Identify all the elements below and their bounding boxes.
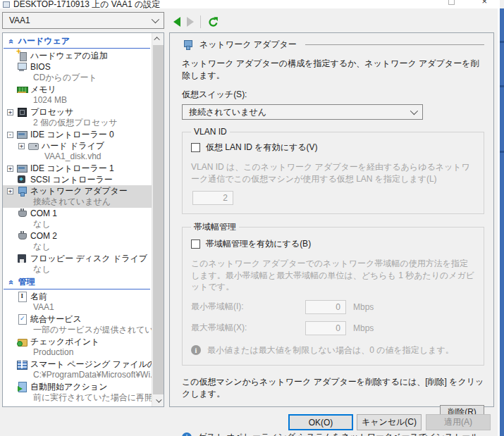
- collapse-chevron-icon: »: [6, 280, 16, 285]
- expander-plus-icon[interactable]: +: [18, 143, 25, 149]
- sidebar-item-auto-start-action[interactable]: 自動開始アクション前に実行されていた場合に再開: [3, 381, 152, 404]
- sidebar-section-management[interactable]: »管理: [4, 275, 150, 289]
- background-window-edge: [500, 8, 504, 436]
- bios-icon: [16, 61, 27, 73]
- nav-toolbar: [173, 15, 219, 29]
- sidebar-scrollbar[interactable]: [152, 33, 164, 406]
- sidebar-list: »ハードウェアハードウェアの追加BIOSCDからのブートメモリ1024 MB+プ…: [3, 33, 152, 406]
- bandwidth-group-label: 帯域幅管理: [191, 221, 239, 233]
- close-icon[interactable]: ×: [481, 0, 487, 5]
- min-bandwidth-label: 最小帯域幅(I):: [191, 301, 305, 313]
- sidebar-item-add-hardware[interactable]: ハードウェアの追加: [3, 50, 152, 61]
- cancel-button[interactable]: キャンセル(C): [357, 414, 422, 430]
- expander-minus-icon[interactable]: -: [7, 132, 13, 138]
- paging-icon: [16, 359, 27, 370]
- sidebar-item-floppy-drive[interactable]: フロッピー ディスク ドライブなし: [3, 253, 152, 275]
- sidebar-item-network-adapter[interactable]: +ネットワーク アダプター接続されていません: [3, 185, 152, 208]
- sidebar-item-com-1[interactable]: COM 1なし: [3, 208, 152, 230]
- checkpoint-icon: [16, 336, 27, 347]
- back-icon[interactable]: [173, 17, 180, 27]
- add-hardware-icon: [16, 50, 27, 61]
- vlan-group-label: VLAN ID: [191, 127, 230, 137]
- forward-icon: [187, 17, 194, 27]
- expander-plus-icon[interactable]: +: [7, 109, 13, 116]
- vm-selector-value: VAA1: [9, 15, 152, 25]
- min-bandwidth-input: 0: [305, 300, 346, 314]
- com-icon: [16, 230, 27, 242]
- chevron-down-icon: [410, 107, 418, 115]
- remove-instruction: この仮想マシンからネットワーク アダプターを削除するには、[削除] をクリックし…: [182, 376, 484, 400]
- sidebar-item-ide-controller-1[interactable]: +IDE コントローラー 1: [3, 163, 152, 174]
- floppy-icon: [16, 253, 27, 264]
- hdd-icon: [27, 140, 39, 151]
- bandwidth-description: このネットワーク アダプターでのネットワーク帯域幅の使用方法を指定します。最小帯…: [191, 258, 475, 293]
- sidebar-item-name[interactable]: 名前VAA1: [3, 291, 152, 313]
- integration-icon: [16, 313, 27, 325]
- sidebar-item-bios[interactable]: BIOSCDからのブート: [3, 61, 152, 84]
- expander-plus-icon[interactable]: +: [7, 188, 13, 194]
- sidebar-section-hardware[interactable]: »ハードウェア: [4, 35, 150, 49]
- maximize-icon[interactable]: [448, 0, 455, 5]
- vm-settings-dialog: DESKTOP-1710913 上の VAA1 の設定 × VAA1 »ハードウ…: [0, 0, 504, 436]
- ide-icon: [16, 129, 27, 140]
- scsi-icon: [16, 174, 27, 185]
- enable-vlan-label: 仮想 LAN ID を有効にする(V): [206, 142, 317, 154]
- vlan-description: VLAN ID は、このネットワーク アダプターを経由するあらゆるネットワーク通…: [191, 161, 475, 185]
- com-icon: [16, 208, 27, 219]
- sidebar-item-integration-services[interactable]: 統合サービス一部のサービスが提供されています: [3, 313, 152, 336]
- header-rule: [305, 44, 484, 45]
- apply-button: 適用(A): [426, 414, 491, 430]
- refresh-icon[interactable]: [207, 16, 219, 28]
- scroll-up-icon[interactable]: [152, 33, 164, 44]
- max-bandwidth-unit: Mbps: [353, 323, 374, 333]
- network-adapter-icon: [182, 39, 193, 50]
- sidebar-item-smart-paging-location[interactable]: スマート ページング ファイルの場所C:¥ProgramData¥Microso…: [3, 359, 152, 381]
- max-bandwidth-label: 最大帯域幅(X):: [191, 322, 305, 334]
- enable-bandwidth-checkbox[interactable]: [191, 239, 200, 249]
- sidebar-item-scsi-controller[interactable]: SCSI コントローラー: [3, 174, 152, 185]
- name-icon: [16, 291, 27, 302]
- ok-button[interactable]: OK(O): [288, 414, 353, 430]
- max-bandwidth-input: 0: [305, 321, 346, 335]
- sidebar-item-checkpoints[interactable]: チェックポイントProduction: [3, 336, 152, 359]
- sidebar-item-com-2[interactable]: COM 2なし: [3, 230, 152, 253]
- window-title: DESKTOP-1710913 上の VAA1 の設定: [13, 0, 160, 8]
- virtual-switch-value: 接続されていません: [189, 106, 410, 118]
- vlan-group: VLAN ID 仮想 LAN ID を有効にする(V) VLAN ID は、この…: [182, 127, 484, 214]
- toolbar-divider: [200, 15, 201, 28]
- processor-icon: [16, 106, 27, 118]
- ide-icon: [16, 163, 27, 174]
- bandwidth-hint: 最小値または最大値を制限しない場合は、0 の値を指定します。: [207, 344, 454, 356]
- virtual-switch-label: 仮想スイッチ(S):: [182, 89, 484, 101]
- scrollbar-thumb[interactable]: [153, 45, 164, 394]
- panel-title: ネットワーク アダプター: [199, 39, 297, 51]
- vm-selector-dropdown[interactable]: VAA1: [2, 12, 164, 29]
- window-icon: [3, 1, 10, 8]
- titlebar: DESKTOP-1710913 上の VAA1 の設定 ×: [0, 0, 500, 8]
- collapse-chevron-icon: »: [6, 39, 16, 44]
- sidebar-item-ide-controller-0[interactable]: -IDE コントローラー 0: [3, 129, 152, 140]
- vlan-id-input: 2: [192, 191, 233, 205]
- info-icon: i: [182, 432, 192, 436]
- virtual-switch-dropdown[interactable]: 接続されていません: [182, 104, 423, 120]
- sidebar-item-memory[interactable]: メモリ1024 MB: [3, 84, 152, 106]
- enable-bandwidth-label: 帯域幅管理を有効にする(B): [206, 238, 311, 250]
- info-icon: i: [191, 345, 201, 355]
- bandwidth-group: 帯域幅管理 帯域幅管理を有効にする(B) このネットワーク アダプターでのネット…: [182, 221, 484, 366]
- memory-icon: [16, 84, 27, 95]
- sidebar-item-processor[interactable]: +プロセッサ2 個の仮想プロセッサ: [3, 106, 152, 129]
- chevron-down-icon: [152, 15, 159, 23]
- net-icon: [16, 185, 27, 197]
- scroll-down-icon[interactable]: [152, 395, 164, 406]
- settings-sidebar: »ハードウェアハードウェアの追加BIOSCDからのブートメモリ1024 MB+プ…: [2, 32, 164, 407]
- sidebar-item-hard-drive[interactable]: +ハード ドライブVAA1_disk.vhd: [3, 140, 152, 163]
- legacy-adapter-note: ゲスト オペレーティング システムをネットワークベースでインストールする場合、ま…: [198, 431, 484, 436]
- enable-vlan-checkbox[interactable]: [191, 143, 200, 152]
- autostart-icon: [16, 381, 27, 392]
- min-bandwidth-unit: Mbps: [353, 302, 374, 312]
- panel-description: ネットワーク アダプターの構成を指定するか、ネットワーク アダプターを削除します…: [182, 58, 484, 82]
- expander-plus-icon[interactable]: +: [7, 166, 13, 172]
- network-adapter-panel: ネットワーク アダプター ネットワーク アダプターの構成を指定するか、ネットワー…: [169, 32, 494, 407]
